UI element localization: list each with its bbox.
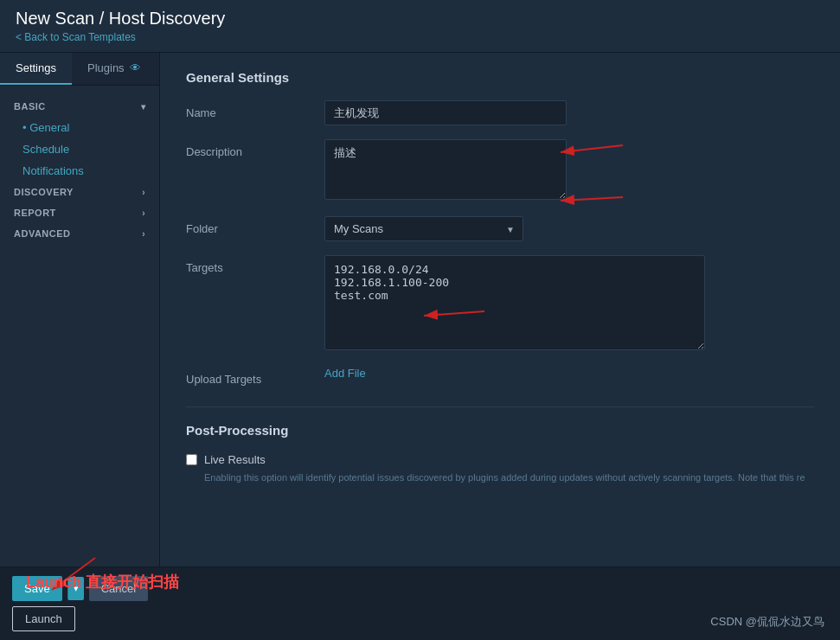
tab-settings[interactable]: Settings	[0, 53, 72, 85]
name-label: Name	[186, 100, 324, 119]
post-processing-title: Post-Processing	[186, 423, 814, 438]
form-row-upload-targets: Upload Targets Add File	[186, 367, 814, 386]
launch-button[interactable]: Launch	[12, 606, 75, 631]
form-row-folder: Folder My Scans Trash	[186, 216, 814, 241]
footer: Save ▾ Cancel Launch	[0, 566, 840, 640]
folder-select[interactable]: My Scans Trash	[324, 216, 523, 241]
footer-row-top: Save ▾ Cancel	[12, 576, 828, 601]
sidebar-section-discovery[interactable]: DISCOVERY ›	[0, 182, 159, 202]
form-row-name: Name	[186, 100, 814, 125]
targets-label: Targets	[186, 255, 324, 274]
save-button[interactable]: Save	[12, 576, 62, 601]
save-dropdown-button[interactable]: ▾	[67, 577, 84, 600]
sidebar-section-advanced[interactable]: ADVANCED ›	[0, 223, 159, 244]
sidebar: Settings Plugins 👁 BASIC ▾ General Sched…	[0, 53, 160, 634]
sidebar-section-report[interactable]: REPORT ›	[0, 202, 159, 223]
form-row-targets: Targets 192.168.0.0/24 192.168.1.100-200…	[186, 255, 814, 353]
live-results-label: Live Results	[204, 453, 266, 466]
name-control	[324, 100, 814, 125]
folder-label: Folder	[186, 216, 324, 235]
sidebar-nav: BASIC ▾ General Schedule Notifications D…	[0, 86, 159, 254]
sidebar-section-basic[interactable]: BASIC ▾	[0, 96, 159, 117]
chevron-right-icon: ›	[142, 229, 145, 239]
chevron-right-icon: ›	[142, 208, 145, 218]
header: New Scan / Host Discovery Back to Scan T…	[0, 0, 840, 53]
page-title: New Scan / Host Discovery	[16, 9, 824, 29]
folder-control: My Scans Trash	[324, 216, 814, 241]
live-results-checkbox[interactable]	[186, 454, 197, 465]
form-row-description: Description 描述	[186, 139, 814, 202]
upload-targets-label: Upload Targets	[186, 367, 324, 386]
description-control: 描述	[324, 139, 814, 202]
sidebar-item-notifications[interactable]: Notifications	[0, 160, 159, 182]
live-results-hint: Enabling this option will identify poten…	[204, 471, 814, 484]
targets-control: 192.168.0.0/24 192.168.1.100-200 test.co…	[324, 255, 814, 353]
upload-targets-control: Add File	[324, 367, 814, 380]
eye-icon: 👁	[130, 61, 141, 74]
main-layout: Settings Plugins 👁 BASIC ▾ General Sched…	[0, 53, 840, 634]
description-input[interactable]: 描述	[324, 139, 567, 200]
name-input[interactable]	[324, 100, 567, 125]
chevron-right-icon: ›	[142, 188, 145, 197]
back-to-templates-link[interactable]: Back to Scan Templates	[16, 31, 136, 43]
description-label: Description	[186, 139, 324, 158]
targets-input[interactable]: 192.168.0.0/24 192.168.1.100-200 test.co…	[324, 255, 705, 350]
sidebar-item-general[interactable]: General	[0, 117, 159, 138]
tabs-bar: Settings Plugins 👁	[0, 53, 159, 86]
tab-plugins[interactable]: Plugins 👁	[72, 53, 157, 85]
sidebar-item-schedule[interactable]: Schedule	[0, 138, 159, 160]
add-file-link[interactable]: Add File	[324, 361, 366, 380]
section-general-settings: General Settings	[186, 70, 814, 85]
cancel-button[interactable]: Cancel	[89, 576, 148, 601]
chevron-down-icon: ▾	[141, 102, 146, 112]
live-results-row: Live Results	[186, 453, 814, 466]
folder-select-wrapper: My Scans Trash	[324, 216, 523, 241]
post-processing-section: Post-Processing Live Results Enabling th…	[186, 406, 814, 484]
footer-row-bottom: Launch	[12, 606, 828, 631]
content-area: General Settings Name Description 描述 Fol…	[160, 53, 840, 634]
